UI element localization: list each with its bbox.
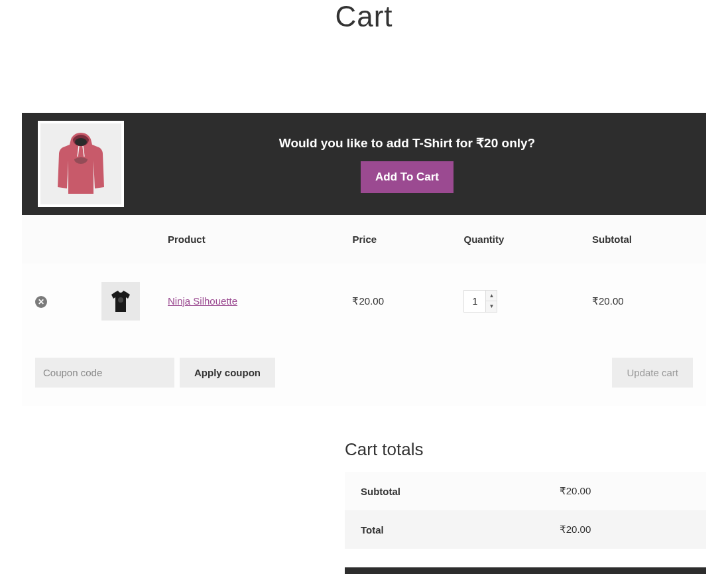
coupon-code-input[interactable] (35, 358, 174, 388)
apply-coupon-button[interactable]: Apply coupon (180, 358, 275, 388)
upsell-product-image (38, 121, 124, 207)
total-label: Total (345, 510, 544, 549)
product-thumbnail[interactable] (101, 282, 140, 321)
header-quantity: Quantity (450, 215, 579, 263)
table-row: ✕ Ninja Silhouette ₹20.00 (22, 263, 706, 339)
product-price: ₹20.00 (352, 295, 384, 307)
add-to-cart-button[interactable]: Add To Cart (361, 161, 454, 193)
upsell-message: Would you like to add T-Shirt for ₹20 on… (124, 135, 690, 151)
page-title: Cart (0, 0, 728, 53)
tshirt-icon (107, 288, 134, 315)
svg-point-0 (75, 138, 87, 146)
proceed-to-checkout-button[interactable]: Proceed to checkout → (345, 567, 706, 574)
svg-point-3 (118, 297, 123, 303)
cart-table: Product Price Quantity Subtotal ✕ (22, 215, 706, 406)
remove-item-button[interactable]: ✕ (35, 296, 47, 308)
quantity-down-button[interactable]: ▼ (486, 301, 497, 312)
quantity-input[interactable] (464, 291, 485, 312)
update-cart-button[interactable]: Update cart (612, 358, 693, 388)
cart-totals: Cart totals Subtotal ₹20.00 Total ₹20.00… (345, 439, 706, 574)
quantity-up-button[interactable]: ▲ (486, 291, 497, 301)
header-product: Product (154, 215, 339, 263)
quantity-stepper[interactable]: ▲ ▼ (463, 290, 497, 313)
header-subtotal: Subtotal (579, 215, 706, 263)
totals-table: Subtotal ₹20.00 Total ₹20.00 (345, 472, 706, 549)
close-icon: ✕ (38, 298, 44, 306)
total-value: ₹20.00 (544, 510, 706, 549)
upsell-banner: Would you like to add T-Shirt for ₹20 on… (22, 113, 706, 215)
header-price: Price (339, 215, 450, 263)
subtotal-value: ₹20.00 (544, 472, 706, 510)
hoodie-icon (51, 127, 111, 200)
cart-totals-title: Cart totals (345, 439, 706, 460)
subtotal-label: Subtotal (345, 472, 544, 510)
product-subtotal: ₹20.00 (592, 295, 624, 307)
product-name-link[interactable]: Ninja Silhouette (168, 295, 237, 307)
